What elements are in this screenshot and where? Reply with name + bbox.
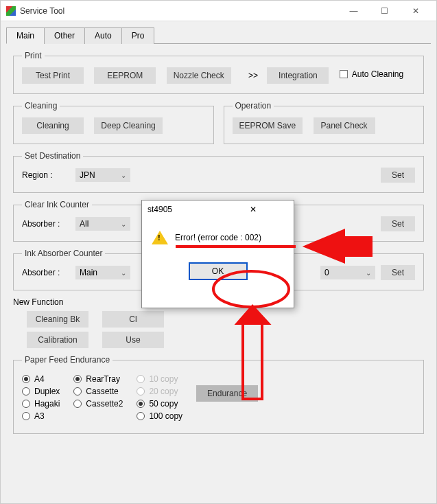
minimize-button[interactable]: — [338,6,369,16]
chevron-down-icon: ⌄ [121,172,126,179]
radio-reartray[interactable]: RearTray [73,374,123,384]
radio-icon [22,375,30,383]
paper-feed-group: Paper Feed Endurance A4 Duplex Hagaki A3… [13,355,424,434]
ink-absorber-value: Main [80,268,97,277]
app-window: Service Tool — ☐ ✕ Main Other Auto Pro P… [0,0,437,504]
radio-10copy[interactable]: 10 copy [137,374,182,384]
dialog-title: st4905 [147,205,218,214]
tab-pro[interactable]: Pro [121,27,155,44]
paper-feed-legend: Paper Feed Endurance [22,355,113,365]
eeprom-button[interactable]: EEPROM [94,67,156,84]
radio-icon [73,375,82,383]
tray-radiogroup: RearTray Cassette Cassette2 [73,371,123,411]
radio-icon [73,387,82,396]
ink-absorber-set-button[interactable]: Set [381,265,415,280]
error-dialog: st4905 ✕ Error! (error code : 002) OK [141,200,294,308]
paper-size-radiogroup: A4 Duplex Hagaki A3 [22,371,60,424]
region-label: Region : [22,170,70,180]
window-title: Service Tool [20,6,338,16]
print-group: Print Test Print EEPROM Nozzle Check >> … [13,51,424,94]
region-set-button[interactable]: Set [381,168,415,183]
absorber-select[interactable]: All ⌄ [75,217,130,231]
cleaning-button[interactable]: Cleaning [22,117,84,134]
radio-duplex[interactable]: Duplex [22,387,60,396]
ink-absorber-num-value: 0 [324,268,329,277]
ink-absorber-num-select[interactable]: 0 ⌄ [320,266,375,279]
radio-a3[interactable]: A3 [22,411,60,421]
radio-cassette[interactable]: Cassette [73,387,123,396]
tab-bar: Main Other Auto Pro [6,27,431,44]
radio-50copy[interactable]: 50 copy [137,399,182,409]
clear-ink-set-button[interactable]: Set [381,216,415,231]
tab-main[interactable]: Main [6,27,45,44]
maximize-button[interactable]: ☐ [369,6,400,16]
radio-hagaki[interactable]: Hagaki [22,399,60,409]
radio-icon [22,387,30,396]
radio-icon [137,400,145,408]
radio-icon [22,400,30,408]
calibration-button[interactable]: Calibration [27,332,88,348]
radio-cassette2[interactable]: Cassette2 [73,399,123,409]
eeprom-save-button[interactable]: EEPROM Save [233,117,303,134]
set-destination-group: Set Destination Region : JPN ⌄ Set [13,151,424,193]
chevron-down-icon: ⌄ [366,269,371,277]
dialog-message: Error! (error code : 002) [175,233,261,242]
cleaning-bk-button[interactable]: Cleaning Bk [27,311,88,328]
tab-auto[interactable]: Auto [84,27,122,44]
cleaning-group: Cleaning Cleaning Deep Cleaning [13,101,214,144]
tab-other[interactable]: Other [44,27,85,44]
ink-absorber-label: Absorber : [22,268,70,277]
use-button[interactable]: Use [102,332,164,348]
cleaning-legend: Cleaning [22,101,60,111]
radio-icon [73,400,82,408]
dialog-titlebar: st4905 ✕ [142,201,294,218]
operation-legend: Operation [233,101,274,111]
warning-icon [152,231,168,244]
region-value: JPN [80,170,95,180]
dialog-ok-button[interactable]: OK [189,262,248,280]
print-legend: Print [22,51,45,60]
dialog-close-button[interactable]: ✕ [218,205,289,214]
close-button[interactable]: ✕ [400,6,431,16]
radio-icon [137,387,145,396]
auto-cleaning-label: Auto Cleaning [352,69,403,79]
panel-check-button[interactable]: Panel Check [314,117,375,134]
titlebar: Service Tool — ☐ ✕ [1,1,436,21]
radio-icon [137,375,145,383]
set-destination-legend: Set Destination [22,151,83,161]
radio-icon [22,412,30,420]
auto-cleaning-checkbox[interactable]: Auto Cleaning [340,69,403,79]
radio-100copy[interactable]: 100 copy [137,411,182,421]
ink-absorber-select[interactable]: Main ⌄ [75,266,130,279]
radio-icon [137,412,145,420]
copies-radiogroup: 10 copy 20 copy 50 copy 100 copy [137,371,182,424]
endurance-button[interactable]: Endurance [196,385,258,402]
radio-a4[interactable]: A4 [22,374,60,384]
operation-group: Operation EEPROM Save Panel Check [224,101,425,144]
absorber-value: All [80,219,88,229]
chevron-down-icon: ⌄ [121,220,126,228]
chevron-down-icon: ⌄ [121,269,126,277]
ink-absorber-legend: Ink Absorber Counter [22,249,105,258]
cleaning-cl-button[interactable]: Cl [102,311,164,328]
deep-cleaning-button[interactable]: Deep Cleaning [94,117,162,134]
region-select[interactable]: JPN ⌄ [75,168,130,182]
integration-button[interactable]: Integration [267,67,329,84]
skip-icon: >> [248,71,258,80]
radio-20copy[interactable]: 20 copy [137,387,182,396]
absorber-label: Absorber : [22,219,70,229]
dialog-body: Error! (error code : 002) [142,218,294,257]
clear-ink-legend: Clear Ink Counter [22,200,92,209]
nozzle-check-button[interactable]: Nozzle Check [167,67,231,84]
app-icon [6,6,16,16]
test-print-button[interactable]: Test Print [22,67,84,84]
checkbox-icon [340,70,348,78]
